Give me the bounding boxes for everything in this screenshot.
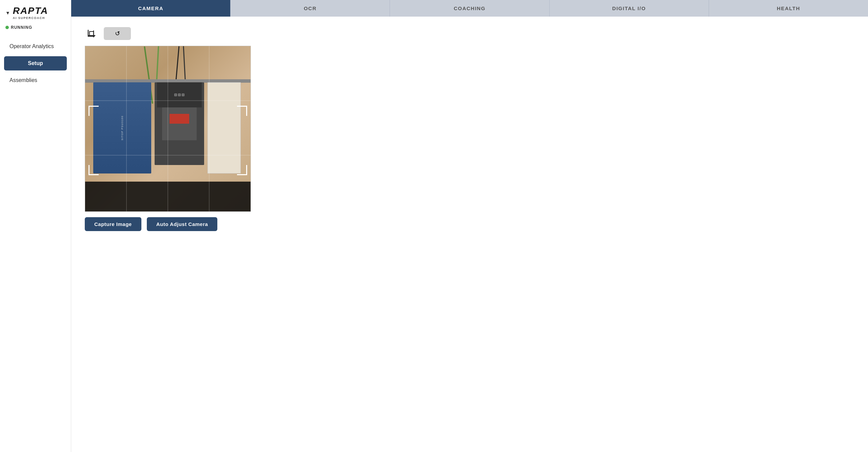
camera-toolbar: ↺	[85, 27, 131, 40]
main-content: CAMERA OCR COACHING DIGITAL I/O HEALTH ↺	[71, 0, 868, 452]
logo-text: RAPTA AI SUPERCOACH	[13, 6, 48, 20]
sidebar-item-assemblies[interactable]: Assemblies	[3, 73, 68, 88]
logo-subtitle: AI SUPERCOACH	[13, 16, 48, 20]
status-area: RUNNING	[0, 24, 71, 35]
status-dot	[5, 26, 9, 29]
corner-marker-bl	[88, 165, 99, 175]
logo-area: ▼ RAPTA AI SUPERCOACH	[0, 0, 71, 24]
crop-icon[interactable]	[85, 27, 98, 40]
cable-duct	[208, 82, 241, 173]
camera-background: SITOP PSU3100	[85, 46, 251, 211]
terminal-1	[174, 94, 177, 96]
tab-health[interactable]: HEALTH	[709, 0, 868, 17]
corner-marker-tr	[237, 106, 247, 116]
sidebar-item-operator-analytics[interactable]: Operator Analytics	[3, 39, 68, 54]
auto-adjust-camera-button[interactable]: Auto Adjust Camera	[147, 217, 218, 231]
corner-marker-tl	[88, 106, 99, 116]
psu-label: SITOP PSU3100	[121, 116, 124, 140]
corner-marker-br	[237, 165, 247, 175]
contactor-body	[162, 107, 197, 141]
din-rail	[85, 79, 251, 83]
tab-coaching[interactable]: COACHING	[390, 0, 549, 17]
bottom-strip	[85, 182, 251, 211]
sidebar-nav: Operator Analytics Setup Assemblies	[0, 35, 71, 452]
capture-image-button[interactable]: Capture Image	[85, 217, 141, 231]
sidebar: ▼ RAPTA AI SUPERCOACH RUNNING Operator A…	[0, 0, 71, 452]
psu-unit: SITOP PSU3100	[93, 82, 151, 173]
logo-rapta: RAPTA	[13, 6, 48, 16]
sidebar-item-setup[interactable]: Setup	[4, 56, 67, 70]
content-area: ↺ SITOP PSU3100	[71, 17, 868, 452]
reset-button[interactable]: ↺	[104, 27, 131, 40]
camera-buttons: Capture Image Auto Adjust Camera	[85, 217, 217, 231]
reset-icon: ↺	[115, 30, 120, 37]
tab-camera[interactable]: CAMERA	[71, 0, 231, 17]
contactor	[155, 82, 204, 165]
contactor-top	[157, 82, 202, 107]
tab-digital-io[interactable]: DIGITAL I/O	[550, 0, 709, 17]
status-label: RUNNING	[11, 25, 32, 30]
chevron-icon[interactable]: ▼	[5, 10, 10, 16]
terminal-2	[178, 94, 181, 96]
camera-view: SITOP PSU3100	[85, 46, 251, 212]
terminal-3	[182, 94, 184, 96]
contactor-indicator	[170, 114, 190, 124]
tab-bar: CAMERA OCR COACHING DIGITAL I/O HEALTH	[71, 0, 868, 17]
tab-ocr[interactable]: OCR	[231, 0, 390, 17]
